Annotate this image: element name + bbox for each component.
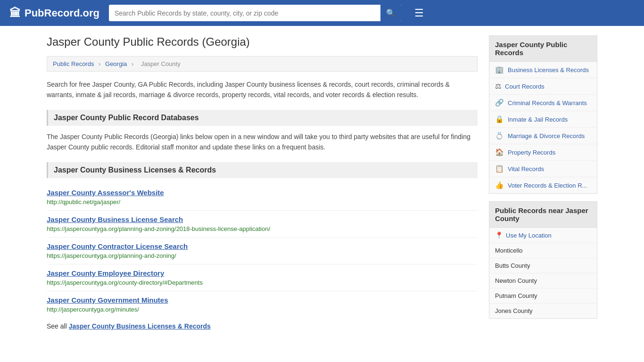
logo-text: PubRecord.org: [25, 7, 99, 19]
sidebar-item[interactable]: 🔗 Criminal Records & Warrants: [489, 95, 597, 111]
business-heading: Jasper County Business Licenses & Record…: [47, 162, 478, 178]
record-url: https://jaspercountyga.org/county-direct…: [47, 279, 203, 286]
nearby-box-title: Public Records near Jasper County: [489, 202, 597, 228]
sidebar-item-label: Inmate & Jail Records: [508, 116, 568, 123]
sidebar-item[interactable]: 💍 Marriage & Divorce Records: [489, 128, 597, 144]
sidebar-items-container: 🏢 Business Licenses & Records ⚖ Court Re…: [489, 62, 597, 193]
sidebar-item-label: Court Records: [505, 83, 545, 90]
sidebar-item-label: Vital Records: [508, 165, 544, 173]
page-description: Search for free Jasper County, GA Public…: [47, 79, 478, 100]
sidebar-item-icon: 🔒: [495, 115, 504, 123]
nearby-item[interactable]: Jones County: [489, 304, 597, 318]
record-item: Jasper County Government Minutes http://…: [47, 291, 478, 318]
sidebar-item[interactable]: 🔒 Inmate & Jail Records: [489, 111, 597, 128]
use-my-location-label: Use My Location: [506, 232, 552, 239]
sidebar-item-icon: ⚖: [495, 82, 501, 90]
nearby-county-label: Putnam County: [495, 292, 537, 299]
sidebar-item[interactable]: ⚖ Court Records: [489, 78, 597, 95]
databases-description: The Jasper County Public Records (Georgi…: [47, 132, 478, 153]
record-link[interactable]: Jasper County Government Minutes: [47, 296, 478, 304]
sidebar-item-icon: 👍: [495, 181, 504, 189]
record-link[interactable]: Jasper County Employee Directory: [47, 269, 478, 277]
breadcrumb-public-records[interactable]: Public Records: [53, 60, 94, 67]
record-item: Jasper County Assessor's Website http://…: [47, 184, 478, 211]
breadcrumb-sep-1: ›: [99, 60, 100, 67]
site-logo[interactable]: 🏛 PubRecord.org: [9, 7, 99, 20]
sidebar-item-icon: 📋: [495, 165, 504, 173]
main-content: Jasper County Public Records (Georgia) P…: [47, 35, 478, 330]
sidebar-item-label: Property Records: [508, 149, 555, 156]
sidebar-item-icon: 🏠: [495, 148, 504, 156]
sidebar-item[interactable]: 📋 Vital Records: [489, 161, 597, 177]
nearby-county-label: Jones County: [495, 307, 533, 314]
search-bar: 🔍: [109, 5, 401, 21]
databases-heading: Jasper County Public Record Databases: [47, 110, 478, 126]
record-link[interactable]: Jasper County Assessor's Website: [47, 189, 478, 197]
breadcrumb: Public Records › Georgia › Jasper County: [47, 56, 478, 72]
public-records-box-title: Jasper County Public Records: [489, 36, 597, 62]
sidebar: Jasper County Public Records 🏢 Business …: [489, 35, 597, 330]
record-url: http://jaspercountyga.org/minutes/: [47, 306, 139, 313]
sidebar-item[interactable]: 🏠 Property Records: [489, 144, 597, 161]
nearby-items-container: 📍 Use My Location MonticelloButts County…: [489, 228, 597, 318]
record-url: http://qpublic.net/ga/jasper/: [47, 198, 120, 206]
sidebar-item-label: Voter Records & Election R...: [508, 182, 587, 189]
record-item: Jasper County Employee Directory https:/…: [47, 264, 478, 291]
nearby-item[interactable]: Newton County: [489, 273, 597, 288]
sidebar-item-icon: 🔗: [495, 99, 504, 107]
page-wrapper: Jasper County Public Records (Georgia) P…: [39, 26, 605, 339]
records-list: Jasper County Assessor's Website http://…: [47, 184, 478, 318]
nearby-box: Public Records near Jasper County 📍 Use …: [489, 201, 597, 319]
sidebar-item-icon: 💍: [495, 132, 504, 140]
nearby-county-label: Butts County: [495, 262, 530, 269]
page-title: Jasper County Public Records (Georgia): [47, 35, 478, 49]
site-header: 🏛 PubRecord.org 🔍 ☰: [0, 0, 644, 26]
sidebar-item[interactable]: 🏢 Business Licenses & Records: [489, 62, 597, 78]
location-icon: 📍: [495, 231, 503, 239]
search-input[interactable]: [109, 6, 380, 21]
breadcrumb-jasper-county: Jasper County: [141, 60, 181, 67]
nearby-county-label: Monticello: [495, 247, 523, 254]
sidebar-item-icon: 🏢: [495, 66, 504, 74]
see-all-text: See all Jasper County Business Licenses …: [47, 322, 478, 330]
public-records-box: Jasper County Public Records 🏢 Business …: [489, 35, 597, 194]
breadcrumb-georgia[interactable]: Georgia: [105, 60, 127, 67]
nearby-item[interactable]: Putnam County: [489, 288, 597, 304]
record-url: https://jaspercountyga.org/planning-and-…: [47, 252, 176, 259]
nearby-item[interactable]: 📍 Use My Location: [489, 228, 597, 243]
record-url: https://jaspercountyga.org/planning-and-…: [47, 225, 270, 232]
sidebar-item-label: Marriage & Divorce Records: [508, 132, 585, 140]
hamburger-button[interactable]: ☰: [411, 5, 428, 21]
search-icon: 🔍: [386, 9, 396, 17]
nearby-item[interactable]: Butts County: [489, 258, 597, 273]
sidebar-item-label: Criminal Records & Warrants: [508, 99, 587, 107]
search-button[interactable]: 🔍: [380, 5, 401, 21]
logo-icon: 🏛: [9, 7, 21, 20]
record-link[interactable]: Jasper County Contractor License Search: [47, 242, 478, 250]
sidebar-item-label: Business Licenses & Records: [508, 66, 589, 74]
hamburger-icon: ☰: [414, 7, 424, 19]
record-item: Jasper County Contractor License Search …: [47, 238, 478, 264]
see-all-link[interactable]: Jasper County Business Licenses & Record…: [69, 322, 211, 330]
record-link[interactable]: Jasper County Business License Search: [47, 215, 478, 223]
nearby-county-label: Newton County: [495, 277, 537, 284]
breadcrumb-sep-2: ›: [132, 60, 133, 67]
record-item: Jasper County Business License Search ht…: [47, 211, 478, 238]
sidebar-item[interactable]: 👍 Voter Records & Election R...: [489, 177, 597, 193]
nearby-item[interactable]: Monticello: [489, 243, 597, 258]
